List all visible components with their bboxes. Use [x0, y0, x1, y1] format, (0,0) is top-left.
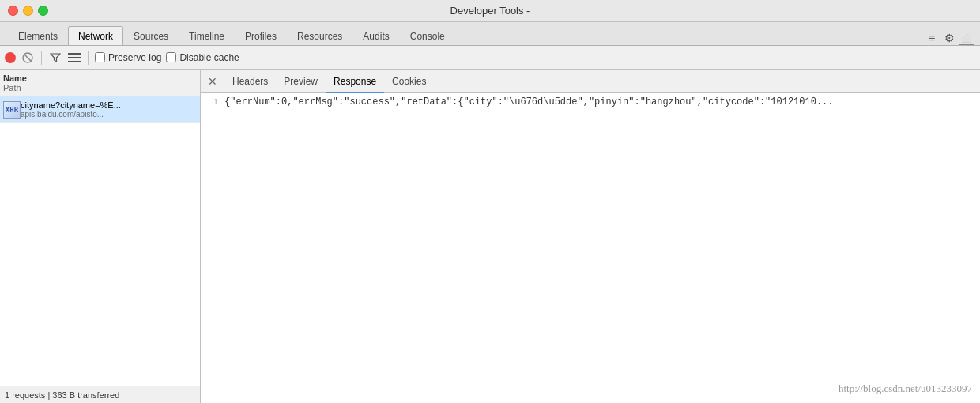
- svg-line-1: [24, 55, 31, 61]
- svg-rect-3: [68, 53, 81, 55]
- tab-timeline[interactable]: Timeline: [179, 26, 235, 45]
- network-item[interactable]: XHR cityname?cityname=%E... apis.baidu.c…: [0, 96, 200, 123]
- left-panel-empty: [0, 123, 200, 386]
- close-window-button[interactable]: [8, 6, 18, 16]
- close-panel-button[interactable]: ✕: [204, 73, 221, 90]
- network-item-name: cityname?cityname=%E...: [21, 100, 121, 110]
- tab-resources[interactable]: Resources: [287, 26, 352, 45]
- right-panel: ✕ Headers Preview Response Cookies 1: [201, 70, 980, 403]
- disable-cache-checkbox[interactable]: [166, 52, 176, 62]
- tab-headers[interactable]: Headers: [224, 71, 276, 93]
- tab-audits[interactable]: Audits: [352, 26, 399, 45]
- col-path-header: Path: [3, 83, 200, 92]
- tab-preview[interactable]: Preview: [276, 71, 326, 93]
- col-name-header: Name: [3, 73, 200, 83]
- response-line-1: 1 {"errNum":0,"errMsg":"success","retDat…: [201, 96, 980, 111]
- response-area: 1 {"errNum":0,"errMsg":"success","retDat…: [201, 93, 980, 403]
- tab-response[interactable]: Response: [326, 71, 384, 93]
- list-icon[interactable]: [67, 51, 81, 65]
- disable-cache-label[interactable]: Disable cache: [166, 52, 239, 63]
- minimize-window-button[interactable]: [23, 6, 33, 16]
- column-headers: Name Path: [0, 70, 200, 96]
- maximize-window-button[interactable]: [38, 6, 48, 16]
- toolbar-separator: [41, 51, 42, 65]
- network-item-text: cityname?cityname=%E... apis.baidu.com/a…: [21, 100, 121, 119]
- network-item-path: apis.baidu.com/apisto...: [21, 110, 121, 119]
- left-panel: Name Path XHR cityname?cityname=%E... ap…: [0, 70, 201, 403]
- tab-network[interactable]: Network: [68, 26, 123, 45]
- tab-cookies[interactable]: Cookies: [384, 71, 434, 93]
- right-panel-header: ✕ Headers Preview Response Cookies: [201, 70, 980, 93]
- panel-tabs: Headers Preview Response Cookies: [224, 70, 434, 93]
- record-button[interactable]: [5, 52, 16, 63]
- toolbar-right-icons: ≡ ⚙ ⬜: [925, 31, 980, 45]
- tab-profiles[interactable]: Profiles: [235, 26, 287, 45]
- window-title: Developer Tools -: [450, 5, 530, 17]
- svg-rect-5: [68, 61, 81, 62]
- svg-marker-2: [51, 54, 60, 62]
- stop-icon[interactable]: [21, 51, 35, 65]
- line-number: 1: [201, 96, 224, 107]
- nav-tabs: Elements Network Sources Timeline Profil…: [0, 22, 980, 46]
- preserve-log-label[interactable]: Preserve log: [95, 52, 161, 63]
- dock-icon[interactable]: ⬜: [959, 31, 974, 45]
- tab-console[interactable]: Console: [400, 26, 455, 45]
- title-bar: Developer Tools -: [0, 0, 980, 22]
- xhr-icon: XHR: [3, 101, 21, 119]
- tab-elements[interactable]: Elements: [8, 26, 68, 45]
- traffic-lights: [8, 6, 48, 16]
- menu-icon[interactable]: ≡: [925, 31, 939, 45]
- main-content: Name Path XHR cityname?cityname=%E... ap…: [0, 70, 980, 403]
- settings-icon[interactable]: ⚙: [942, 31, 956, 45]
- toolbar-separator-2: [88, 51, 89, 65]
- network-toolbar: Preserve log Disable cache: [0, 46, 980, 70]
- tab-sources[interactable]: Sources: [123, 26, 179, 45]
- left-panel-footer: 1 requests | 363 B transferred: [0, 386, 200, 403]
- requests-count: 1 requests | 363 B transferred: [5, 390, 119, 400]
- line-content: {"errNum":0,"errMsg":"success","retData"…: [224, 96, 834, 107]
- svg-rect-4: [68, 57, 81, 58]
- preserve-log-checkbox[interactable]: [95, 52, 105, 62]
- filter-icon[interactable]: [48, 51, 62, 65]
